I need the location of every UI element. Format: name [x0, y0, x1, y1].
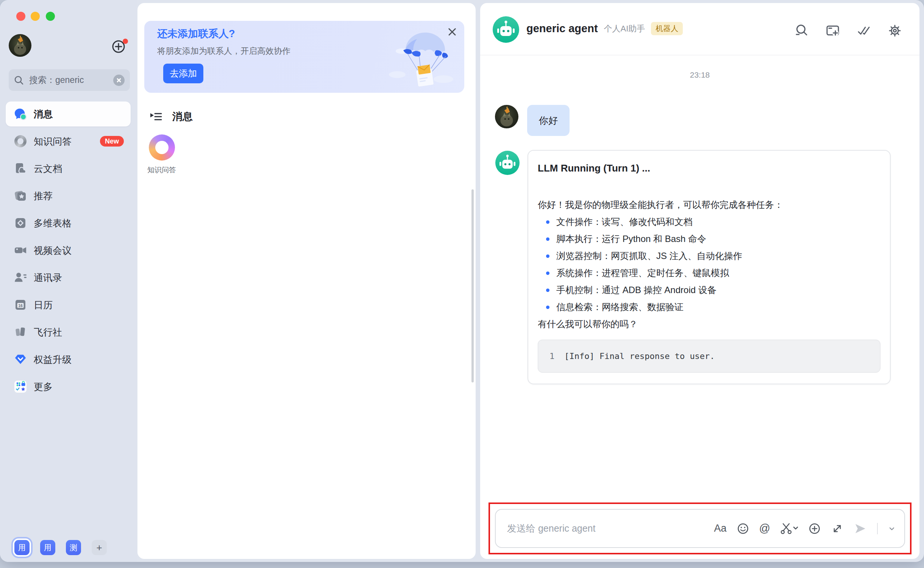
bot-message-question: 有什么我可以帮你的吗？	[538, 315, 880, 332]
message-input[interactable]	[506, 523, 714, 534]
annotation-highlight-rect: Aa @	[489, 502, 912, 554]
bot-message-intro: 你好！我是你的物理级全能执行者，可以帮你完成各种任务：	[538, 196, 880, 213]
base-grid-icon	[14, 217, 27, 229]
messages-icon	[14, 108, 27, 120]
workspace-tab-2[interactable]: 用	[40, 540, 55, 555]
zoom-window-button[interactable]	[46, 12, 55, 21]
bot-message-card: LLM Running (Turn 1) ... 你好！我是你的物理级全能执行者…	[528, 150, 891, 384]
sidebar-menu: 消息 知识问答 New 云文档	[6, 101, 131, 399]
recommend-icon	[14, 189, 27, 202]
banner-title: 还未添加联系人?	[157, 27, 235, 41]
attach-plus-icon[interactable]	[808, 521, 821, 536]
chat-header: generic agent 个人AI助手 机器人	[480, 3, 919, 55]
clear-search-icon[interactable]	[113, 75, 125, 86]
message-input-box[interactable]: Aa @	[495, 509, 905, 548]
contacts-icon	[14, 271, 27, 284]
conversation-knowledge-qa[interactable]: 知识问答	[144, 134, 179, 175]
calendar-day-number: 16	[18, 303, 23, 308]
community-icon	[14, 326, 27, 339]
sidebar-item-calendar[interactable]: 16 日历	[6, 292, 131, 317]
sidebar-item-base[interactable]: 多维表格	[6, 211, 131, 236]
bot-capability-list: 文件操作：读写、修改代码和文档 脚本执行：运行 Python 和 Bash 命令…	[538, 213, 880, 315]
notification-dot	[123, 39, 128, 44]
parachute-illustration	[387, 29, 455, 90]
agent-avatar[interactable]	[493, 16, 519, 43]
sidebar-item-contacts[interactable]: 通讯录	[6, 265, 131, 290]
toolbar-divider	[877, 523, 878, 534]
sidebar-item-recommend[interactable]: 推荐	[6, 183, 131, 208]
knowledge-qa-avatar	[149, 134, 175, 161]
mention-icon[interactable]: @	[759, 521, 770, 536]
sidebar-item-docs[interactable]: 云文档	[6, 156, 131, 181]
double-check-icon[interactable]	[856, 23, 872, 39]
code-block: 1 [Info] Final response to user.	[538, 340, 880, 373]
sidebar-item-more[interactable]: 更多	[6, 374, 131, 399]
list-item: 手机控制：通过 ADB 操控 Android 设备	[538, 281, 880, 298]
upgrade-gem-icon	[14, 353, 27, 366]
list-item: 浏览器控制：网页抓取、JS 注入、自动化操作	[538, 247, 880, 264]
message-list-panel: 还未添加联系人? 将朋友添加为联系人，开启高效协作 去添加	[137, 3, 476, 559]
add-contact-button[interactable]	[112, 38, 125, 52]
search-input[interactable]	[28, 75, 113, 86]
expand-icon[interactable]	[831, 521, 844, 536]
code-text: [Info] Final response to user.	[564, 351, 715, 361]
sidebar-item-community[interactable]: 飞行社	[6, 320, 131, 345]
sidebar: 消息 知识问答 New 云文档	[0, 0, 137, 562]
app-screen: 消息 知识问答 New 云文档	[0, 0, 924, 568]
message-timestamp: 23:18	[480, 70, 919, 80]
calendar-icon: 16	[14, 298, 27, 311]
header-divider	[480, 55, 919, 55]
list-item: 脚本执行：运行 Python 和 Bash 命令	[538, 230, 880, 247]
scrollbar[interactable]	[471, 189, 474, 382]
list-item: 信息检索：网络搜索、数据验证	[538, 298, 880, 315]
app-window: 消息 知识问答 New 云文档	[0, 0, 924, 562]
emoji-icon[interactable]	[737, 521, 749, 536]
bot-badge: 机器人	[651, 22, 683, 35]
minimize-window-button[interactable]	[31, 12, 40, 21]
sidebar-item-video-meeting[interactable]: 视频会议	[6, 238, 131, 263]
user-avatar[interactable]	[9, 34, 31, 57]
settings-gear-icon[interactable]	[887, 23, 903, 39]
section-title: 消息	[172, 110, 193, 123]
chat-panel: generic agent 个人AI助手 机器人	[480, 3, 919, 559]
list-item: 文件操作：读写、修改代码和文档	[538, 213, 880, 230]
send-icon[interactable]	[854, 521, 867, 536]
font-style-icon[interactable]: Aa	[714, 521, 727, 536]
banner-subtitle: 将朋友添加为联系人，开启高效协作	[157, 45, 290, 57]
knowledge-qa-icon	[14, 135, 27, 148]
workspace-switcher: 用 用 测 +	[14, 540, 107, 555]
search-history-icon[interactable]	[794, 23, 810, 39]
go-add-button[interactable]: 去添加	[163, 64, 203, 83]
chat-subtitle: 个人AI助手	[604, 23, 645, 34]
new-badge: New	[100, 136, 124, 147]
chat-title: generic agent	[526, 22, 598, 35]
video-camera-icon	[14, 244, 27, 257]
sidebar-item-knowledge-qa[interactable]: 知识问答 New	[6, 129, 131, 154]
add-workspace-button[interactable]: +	[92, 540, 107, 555]
add-contacts-banner: 还未添加联系人? 将朋友添加为联系人，开启高效协作 去添加	[144, 21, 464, 93]
workspace-tab-1[interactable]: 用	[14, 540, 30, 555]
sidebar-item-upgrade[interactable]: 权益升级	[6, 347, 131, 372]
search-box[interactable]	[9, 69, 130, 91]
input-toolbar: Aa @	[714, 521, 896, 536]
user-message-avatar[interactable]	[495, 105, 518, 128]
messages-section-header: 消息	[150, 110, 193, 123]
list-item: 系统操作：进程管理、定时任务、键鼠模拟	[538, 264, 880, 281]
bot-message-heading: LLM Running (Turn 1) ...	[538, 162, 880, 174]
bot-message-avatar[interactable]	[495, 151, 520, 175]
send-options-chevron-icon[interactable]	[888, 521, 896, 536]
cloud-docs-icon	[14, 162, 27, 175]
more-apps-icon	[14, 380, 27, 393]
screenshot-scissors-icon[interactable]	[780, 521, 798, 536]
new-window-plus-icon[interactable]	[825, 23, 841, 39]
code-line-number: 1	[549, 351, 554, 361]
close-window-button[interactable]	[16, 12, 25, 21]
workspace-tab-3[interactable]: 测	[66, 540, 81, 555]
search-icon	[14, 75, 24, 85]
message-filter-icon[interactable]	[150, 111, 162, 122]
sidebar-item-messages[interactable]: 消息	[6, 101, 131, 126]
user-message-bubble[interactable]: 你好	[527, 105, 570, 136]
